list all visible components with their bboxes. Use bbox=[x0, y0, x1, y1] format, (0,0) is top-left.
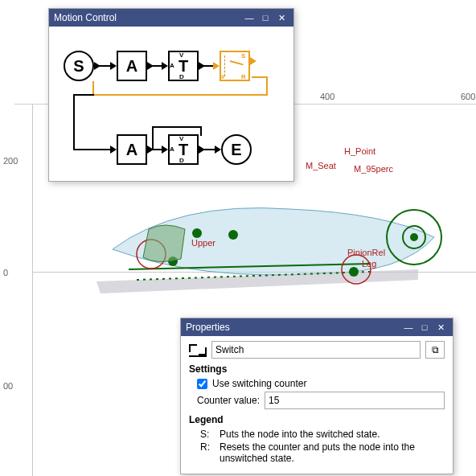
maximize-button[interactable]: □ bbox=[258, 11, 273, 24]
props-title: Properties bbox=[186, 322, 230, 333]
axis-tick: 200 bbox=[3, 156, 18, 166]
motion-titlebar[interactable]: Motion Control — □ ✕ bbox=[49, 9, 293, 27]
legend-heading: Legend bbox=[189, 414, 445, 425]
counter-value-input[interactable] bbox=[265, 392, 445, 409]
svg-point-4 bbox=[349, 267, 359, 277]
svg-point-7 bbox=[410, 233, 418, 241]
axis-tick: 0 bbox=[3, 268, 8, 277]
node-start[interactable]: S bbox=[64, 51, 94, 81]
switch-icon bbox=[189, 343, 207, 357]
motion-control-panel[interactable]: Motion Control — □ ✕ S A T V A D S # R bbox=[48, 8, 294, 182]
annot-pinion[interactable]: PinionRel bbox=[347, 248, 385, 257]
axis-tick: 00 bbox=[3, 381, 13, 391]
legend-row: S: Puts the node into the switched state… bbox=[200, 429, 445, 440]
svg-point-2 bbox=[228, 230, 238, 240]
motion-title: Motion Control bbox=[54, 12, 117, 23]
node-a1[interactable]: A bbox=[117, 51, 147, 81]
legend-row: R: Resets the counter and puts the node … bbox=[200, 441, 445, 464]
annot-m95[interactable]: M_95perc bbox=[354, 164, 393, 174]
minimize-button[interactable]: — bbox=[242, 11, 256, 24]
copy-button[interactable]: ⧉ bbox=[425, 341, 445, 359]
node-a2[interactable]: A bbox=[117, 134, 147, 165]
node-end[interactable]: E bbox=[221, 134, 252, 165]
node-name-input[interactable] bbox=[211, 341, 421, 359]
annot-hpoint[interactable]: H_Point bbox=[344, 146, 375, 156]
use-counter-checkbox[interactable] bbox=[197, 379, 207, 389]
svg-point-1 bbox=[192, 228, 202, 238]
axis-vertical bbox=[32, 105, 33, 476]
counter-label: Counter value: bbox=[197, 395, 260, 406]
properties-panel[interactable]: Properties — □ ✕ ⧉ Settings Use switchin… bbox=[180, 318, 453, 474]
minimize-button[interactable]: — bbox=[401, 321, 416, 334]
annot-mseat[interactable]: M_Seat bbox=[306, 161, 336, 170]
annot-leg[interactable]: Leg bbox=[362, 259, 376, 269]
close-button[interactable]: ✕ bbox=[274, 11, 289, 24]
maximize-button[interactable]: □ bbox=[417, 321, 432, 334]
motion-graph[interactable]: S A T V A D S # R A T bbox=[49, 27, 293, 181]
props-titlebar[interactable]: Properties — □ ✕ bbox=[181, 318, 453, 336]
use-counter-label: Use switching counter bbox=[212, 378, 306, 389]
annot-upper[interactable]: Upper bbox=[191, 238, 215, 248]
settings-heading: Settings bbox=[189, 363, 445, 375]
mechanism-view[interactable] bbox=[80, 185, 450, 306]
close-button[interactable]: ✕ bbox=[433, 321, 448, 334]
